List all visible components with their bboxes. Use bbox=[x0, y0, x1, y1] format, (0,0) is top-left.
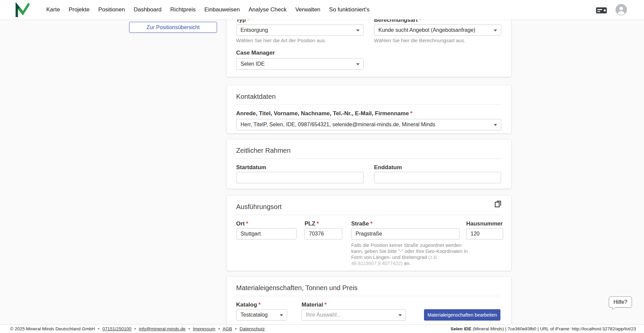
type-helper-text: Wählen Sie hier die Art der Position aus… bbox=[236, 38, 364, 43]
plz-input[interactable] bbox=[305, 228, 342, 240]
kontaktdaten-title: Kontaktdaten bbox=[236, 93, 501, 105]
nav-item-einbauweisen[interactable]: Einbauweisen bbox=[204, 6, 240, 13]
footer: © 2025 Mineral Minds Deutschland GmbH • … bbox=[0, 324, 644, 333]
berechnungsart-helper-text: Wählen Sie hier die Berechnungsart aus. bbox=[374, 38, 501, 43]
back-to-positions-button[interactable]: Zur Positionsübersicht bbox=[129, 22, 217, 33]
strasse-helper-text: Falls die Position keiner Straße zugeord… bbox=[351, 242, 468, 266]
katalog-select[interactable]: Testcatalog bbox=[236, 309, 287, 321]
user-avatar[interactable] bbox=[615, 4, 627, 15]
nav-item-positionen[interactable]: Positionen bbox=[98, 6, 125, 13]
ort-input[interactable] bbox=[236, 228, 297, 240]
footer-link-impressum[interactable]: Impressum bbox=[193, 326, 215, 331]
material-select[interactable]: Ihre Auswahl... bbox=[302, 309, 406, 321]
case-manager-label: Case Manager bbox=[236, 50, 501, 56]
startdatum-input[interactable] bbox=[236, 172, 364, 183]
nav-item-karte[interactable]: Karte bbox=[46, 6, 60, 13]
card-kontaktdaten: Kontaktdaten Anrede, Titel, Vorname, Nac… bbox=[227, 85, 511, 133]
katalog-label: Katalog* bbox=[236, 302, 287, 308]
copyright-text: © 2025 Mineral Minds Deutschland GmbH bbox=[10, 326, 95, 331]
card-ausfuehrungsort: Ausführungsort Ort* PLZ* Straße* Hausnum… bbox=[227, 196, 511, 271]
footer-link-phone[interactable]: 07151/250100 bbox=[102, 326, 131, 331]
chevron-down-icon bbox=[494, 29, 497, 31]
top-nav: Karte Projekte Positionen Dashboard Rich… bbox=[0, 0, 644, 19]
material-title: Materialeigenschaften, Tonnen und Preis bbox=[236, 284, 501, 296]
nav-item-projekte[interactable]: Projekte bbox=[69, 6, 90, 13]
footer-link-agb[interactable]: AGB bbox=[223, 326, 232, 331]
chevron-down-icon bbox=[494, 124, 497, 126]
nav-item-analyse-check[interactable]: Analyse Check bbox=[249, 6, 286, 13]
mineral-minds-logo[interactable] bbox=[15, 2, 30, 17]
zeitlicher-rahmen-title: Zeitlicher Rahmen bbox=[236, 147, 501, 159]
chevron-down-icon bbox=[356, 63, 360, 65]
enddatum-label: Enddatum bbox=[374, 164, 501, 171]
type-select[interactable]: Entsorgung bbox=[236, 24, 364, 36]
enddatum-input[interactable] bbox=[374, 172, 501, 183]
footer-session-info: Selen IDE (Mineral Minds) | 7ce360e83fb0… bbox=[450, 326, 636, 331]
strasse-label: Straße* bbox=[351, 220, 460, 227]
nav-item-richtpreis[interactable]: Richtpreis bbox=[170, 6, 196, 13]
copy-icon[interactable] bbox=[494, 200, 502, 210]
material-label: Material* bbox=[302, 302, 406, 308]
hausnummer-label: Hausnummer bbox=[466, 220, 503, 227]
footer-left: © 2025 Mineral Minds Deutschland GmbH • … bbox=[10, 326, 265, 331]
card-reader-icon[interactable] bbox=[596, 7, 607, 15]
berechnungsart-select[interactable]: Kunde sucht Angebot (Angebotsanfrage) bbox=[374, 24, 501, 36]
chevron-down-icon bbox=[280, 314, 283, 316]
plz-label: PLZ* bbox=[305, 220, 342, 227]
hausnummer-input[interactable] bbox=[466, 228, 503, 240]
nav-item-so-funktionierts[interactable]: So funktioniert's bbox=[329, 6, 369, 13]
strasse-input[interactable] bbox=[351, 228, 460, 240]
ort-label: Ort* bbox=[236, 220, 297, 227]
chevron-down-icon bbox=[398, 314, 402, 316]
card-zeitlicher-rahmen: Zeitlicher Rahmen Startdatum Enddatum bbox=[227, 139, 511, 189]
nav-item-verwalten[interactable]: Verwalten bbox=[295, 6, 320, 13]
case-manager-select[interactable]: Selen IDE bbox=[236, 58, 364, 70]
nav-menu: Karte Projekte Positionen Dashboard Rich… bbox=[46, 0, 370, 19]
material-edit-button[interactable]: Materialeigenschaften bearbeiten bbox=[424, 309, 500, 321]
help-button[interactable]: Hilfe? bbox=[609, 296, 632, 308]
ausfuehrungsort-title: Ausführungsort bbox=[236, 203, 501, 215]
footer-link-email[interactable]: info@mineral-minds.de bbox=[139, 326, 185, 331]
nav-item-dashboard[interactable]: Dashboard bbox=[133, 6, 161, 13]
contact-label: Anrede, Titel, Vorname, Nachname, Tel.-N… bbox=[236, 110, 501, 117]
contact-select[interactable]: Herr, TitelP, Selen, IDE, 0987/654321, s… bbox=[236, 119, 501, 130]
startdatum-label: Startdatum bbox=[236, 164, 364, 171]
footer-link-datenschutz[interactable]: Datenschutz bbox=[239, 326, 265, 331]
chevron-down-icon bbox=[356, 29, 360, 31]
